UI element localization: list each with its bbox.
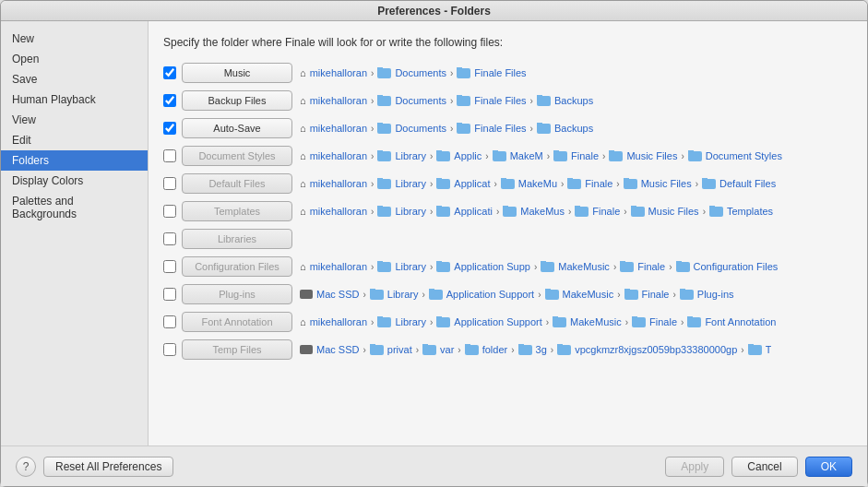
path-arrow: ›	[616, 179, 619, 189]
folder-icon	[501, 179, 515, 189]
sidebar-item-save[interactable]: Save	[1, 69, 148, 89]
sidebar-item-view[interactable]: View	[1, 110, 148, 130]
home-icon: ⌂	[300, 206, 306, 217]
folder-button-backup-files[interactable]: Backup Files	[182, 90, 292, 111]
path-arrow: ›	[602, 151, 605, 161]
folder-icon	[702, 179, 716, 189]
help-button[interactable]: ?	[16, 457, 36, 477]
folder-path-plug-ins: Mac SSD›Library›Application Support›Make…	[300, 289, 734, 300]
path-arrow: ›	[430, 317, 433, 327]
folder-icon	[377, 179, 391, 189]
folder-icon	[370, 345, 384, 355]
path-arrow: ›	[430, 262, 433, 272]
folder-checkbox-templates[interactable]	[163, 205, 176, 218]
path-arrow: ›	[371, 151, 374, 161]
path-segment: Application Support	[436, 316, 541, 327]
folder-path-font-annotation: ⌂mikehalloran›Library›Application Suppor…	[300, 316, 776, 327]
cancel-button[interactable]: Cancel	[731, 457, 797, 477]
path-arrow: ›	[530, 96, 533, 106]
folder-icon	[687, 317, 701, 327]
folder-path-templates: ⌂mikehalloran›Library›Applicati›MakeMus›…	[300, 206, 773, 217]
folder-checkbox-music[interactable]	[163, 66, 176, 79]
folder-button-templates[interactable]: Templates	[182, 201, 292, 221]
path-arrow: ›	[371, 179, 374, 189]
path-segment: Application Supp	[436, 261, 530, 272]
folder-row-music: Music⌂mikehalloran›Documents›Finale File…	[163, 62, 852, 84]
folder-icon	[370, 290, 384, 300]
folder-icon	[537, 124, 551, 134]
path-arrow: ›	[547, 151, 550, 161]
folder-row-libraries: Libraries	[163, 228, 852, 250]
ok-button[interactable]: OK	[805, 457, 852, 477]
folder-button-configuration-files[interactable]: Configuration Files	[182, 256, 292, 277]
path-arrow: ›	[422, 290, 424, 300]
folder-checkbox-libraries[interactable]	[163, 232, 176, 245]
folder-button-temp-files[interactable]: Temp Files	[182, 339, 292, 360]
sidebar-item-human-playback[interactable]: Human Playback	[1, 89, 148, 110]
folder-checkbox-configuration-files[interactable]	[163, 260, 176, 273]
folder-checkbox-font-annotation[interactable]	[163, 315, 176, 328]
folder-checkbox-auto-save[interactable]	[163, 122, 176, 135]
path-segment: Finale	[567, 178, 612, 189]
path-segment: Application Support	[429, 289, 534, 300]
folder-checkbox-temp-files[interactable]	[163, 343, 176, 356]
sidebar-item-open[interactable]: Open	[1, 49, 148, 69]
folder-icon	[676, 262, 690, 272]
sidebar-item-palettes-and-backgrounds[interactable]: Palettes and Backgrounds	[1, 191, 148, 224]
folder-button-auto-save[interactable]: Auto-Save	[182, 118, 292, 138]
path-segment: Finale	[624, 289, 670, 300]
sidebar-item-display-colors[interactable]: Display Colors	[1, 171, 148, 191]
folder-path-default-files: ⌂mikehalloran›Library›Applicat›MakeMu›Fi…	[300, 178, 776, 189]
folder-checkbox-default-files[interactable]	[163, 177, 176, 190]
path-arrow: ›	[458, 345, 460, 355]
path-segment: Documents	[377, 67, 446, 78]
folder-icon	[553, 151, 567, 161]
path-arrow: ›	[511, 345, 514, 355]
folder-icon	[377, 151, 391, 161]
folder-checkbox-backup-files[interactable]	[163, 94, 176, 107]
path-segment: ⌂mikehalloran	[300, 178, 367, 189]
path-segment: ⌂mikehalloran	[300, 206, 367, 217]
folder-checkbox-plug-ins[interactable]	[163, 288, 176, 301]
folder-button-document-styles[interactable]: Document Styles	[182, 146, 292, 166]
path-segment: 3g	[518, 344, 547, 355]
folder-path-backup-files: ⌂mikehalloran›Documents›Finale Files›Bac…	[300, 95, 593, 106]
folder-button-font-annotation[interactable]: Font Annotation	[182, 312, 292, 332]
folder-icon	[709, 207, 723, 217]
folder-icon	[377, 262, 391, 272]
reset-preferences-button[interactable]: Reset All Preferences	[43, 457, 173, 477]
folder-button-libraries[interactable]: Libraries	[182, 229, 292, 249]
home-icon: ⌂	[300, 67, 306, 78]
drive-icon	[300, 345, 313, 354]
folder-settings-panel: Specify the folder where Finale will loo…	[149, 21, 867, 445]
footer-right: Apply Cancel OK	[665, 457, 852, 477]
path-segment: ⌂mikehalloran	[300, 150, 367, 161]
path-segment: ⌂mikehalloran	[300, 67, 367, 78]
sidebar-item-edit[interactable]: Edit	[1, 130, 148, 150]
path-arrow: ›	[450, 68, 453, 78]
path-segment: Default Files	[702, 178, 776, 189]
folder-row-plug-ins: Plug-insMac SSD›Library›Application Supp…	[163, 283, 852, 305]
folder-path-document-styles: ⌂mikehalloran›Library›Applic›MakeM›Final…	[300, 150, 782, 161]
folder-path-temp-files: Mac SSD›privat›var›folder›3g›vpcgkmzr8xj…	[300, 344, 771, 355]
folder-icon	[624, 290, 638, 300]
folder-icon	[557, 345, 571, 355]
folder-row-auto-save: Auto-Save⌂mikehalloran›Documents›Finale …	[163, 117, 852, 139]
path-arrow: ›	[538, 290, 541, 300]
sidebar-item-folders[interactable]: Folders	[1, 150, 148, 171]
path-segment: Music Files	[631, 206, 699, 217]
path-arrow: ›	[430, 151, 433, 161]
folder-button-plug-ins[interactable]: Plug-ins	[182, 284, 292, 304]
home-icon: ⌂	[300, 316, 306, 327]
folder-checkbox-document-styles[interactable]	[163, 149, 176, 162]
folder-icon	[620, 262, 634, 272]
path-arrow: ›	[416, 345, 419, 355]
path-arrow: ›	[371, 96, 374, 106]
folder-button-default-files[interactable]: Default Files	[182, 173, 292, 194]
apply-button[interactable]: Apply	[665, 457, 724, 477]
folder-row-backup-files: Backup Files⌂mikehalloran›Documents›Fina…	[163, 89, 852, 112]
path-segment: Finale	[575, 206, 620, 217]
sidebar-item-new[interactable]: New	[1, 29, 148, 49]
folder-button-music[interactable]: Music	[182, 63, 292, 83]
path-arrow: ›	[450, 124, 453, 134]
